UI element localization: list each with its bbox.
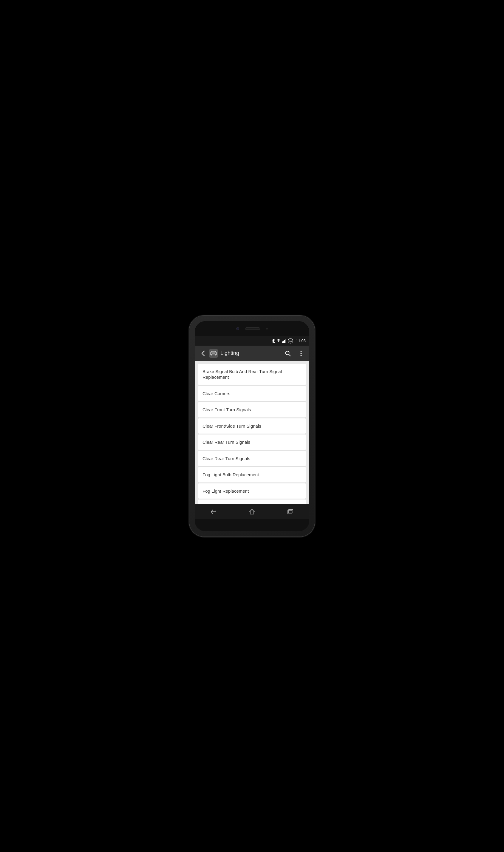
list-item[interactable]: Front Turn Signal Bulb Replacement — [198, 500, 306, 504]
svg-point-11 — [211, 354, 212, 356]
search-button[interactable] — [282, 347, 294, 359]
svg-point-3 — [278, 342, 279, 342]
list-item-label: Fog Light Bulb Replacement — [202, 472, 259, 477]
app-bar-title: Lighting — [220, 350, 282, 356]
status-icons: 26 11:03 — [272, 338, 306, 344]
list-item[interactable]: Fog Light Bulb Replacement — [198, 467, 306, 483]
app-bar: Lighting — [195, 346, 309, 361]
svg-rect-6 — [284, 340, 285, 343]
overflow-menu-button[interactable] — [295, 347, 307, 359]
bottom-bezel — [195, 519, 309, 531]
phone-frame: 26 11:03 Lighting — [190, 316, 314, 537]
list-item-label: Clear Front/Side Turn Signals — [202, 423, 261, 429]
svg-text:26: 26 — [290, 340, 292, 342]
list-item[interactable]: Clear Front/Side Turn Signals — [198, 418, 306, 434]
back-button[interactable] — [197, 347, 209, 359]
status-bar: 26 11:03 — [195, 336, 309, 346]
status-time: 11:03 — [296, 339, 306, 343]
svg-rect-4 — [282, 342, 283, 343]
app-bar-actions — [282, 347, 307, 359]
list-item-label: Clear Corners — [202, 391, 230, 396]
svg-point-12 — [215, 354, 216, 356]
list-item-label: Clear Rear Turn Signals — [202, 439, 250, 445]
list-item-label: Clear Rear Turn Signals — [202, 456, 250, 461]
svg-rect-13 — [212, 353, 215, 354]
list-item[interactable]: Fog Light Replacement — [198, 484, 306, 499]
svg-point-16 — [300, 351, 302, 352]
list-item[interactable]: Clear Rear Turn Signals — [198, 435, 306, 450]
list-container: Brake Signal Bulb And Rear Turn Signal R… — [195, 361, 309, 504]
app-icon — [209, 349, 218, 358]
home-nav-button[interactable] — [233, 504, 271, 519]
list-item[interactable]: Clear Front Turn Signals — [198, 402, 306, 417]
recents-nav-button[interactable] — [271, 504, 309, 519]
list-item-label: Fog Light Replacement — [202, 488, 249, 493]
list-item-label: Clear Front Turn Signals — [202, 407, 251, 412]
wifi-icon — [276, 339, 281, 342]
svg-rect-7 — [285, 339, 286, 343]
top-bezel — [195, 321, 309, 336]
list-item[interactable]: Clear Corners — [198, 386, 306, 401]
bottom-nav-bar — [195, 504, 309, 519]
list-item[interactable]: Brake Signal Bulb And Rear Turn Signal R… — [198, 364, 306, 385]
speaker-grille — [245, 327, 260, 330]
sensor — [266, 328, 268, 329]
svg-point-18 — [300, 355, 302, 356]
bluetooth-icon — [272, 339, 275, 343]
svg-point-17 — [300, 353, 302, 354]
svg-rect-5 — [283, 341, 284, 343]
back-nav-button[interactable] — [195, 504, 233, 519]
front-camera — [236, 327, 239, 330]
battery-icon: 26 — [288, 338, 293, 344]
svg-line-15 — [289, 354, 290, 356]
signal-icon — [282, 339, 286, 343]
list-item-label: Brake Signal Bulb And Rear Turn Signal R… — [202, 369, 282, 380]
list-item[interactable]: Clear Rear Turn Signals — [198, 451, 306, 466]
phone-screen: 26 11:03 Lighting — [195, 321, 309, 531]
